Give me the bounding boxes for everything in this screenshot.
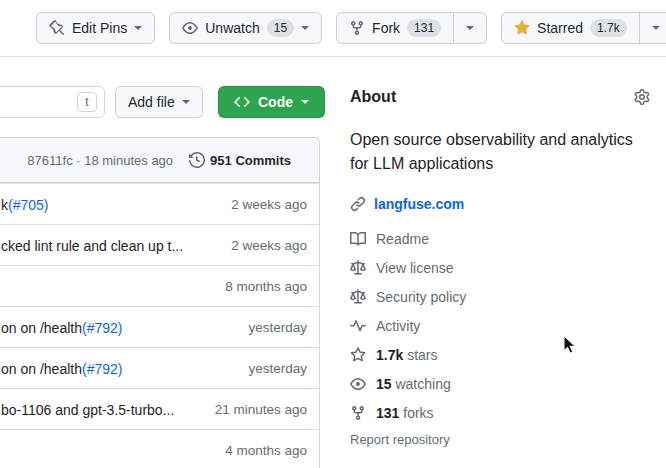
fork-icon (350, 405, 366, 421)
star-dropdown-button[interactable] (639, 12, 666, 44)
chevron-down-icon (134, 26, 142, 30)
commit-message: on on /health (#792) (1, 307, 122, 348)
starred-label: Starred (537, 20, 583, 36)
starred-button[interactable]: Starred 1.7k (501, 12, 639, 44)
table-row[interactable]: on on /health (#792) yesterday (0, 347, 319, 388)
commits-count-label: 951 Commits (210, 153, 291, 168)
commit-message: on on /health (#792) (1, 348, 122, 389)
edit-pins-label: Edit Pins (72, 20, 127, 36)
stars-link[interactable]: 1.7k stars (350, 340, 650, 369)
table-row[interactable]: bo-1106 and gpt-3.5-turbo... 21 minutes … (0, 388, 319, 429)
goto-file-shortcut-hint: t (77, 92, 97, 112)
edit-pins-button[interactable]: Edit Pins (36, 12, 155, 44)
code-icon (234, 94, 250, 110)
fork-button[interactable]: Fork 131 (336, 12, 453, 44)
table-row[interactable]: 4 months ago (0, 429, 319, 468)
unwatch-label: Unwatch (205, 20, 259, 36)
star-filled-icon (514, 20, 530, 36)
forks-count-badge: 131 (407, 19, 441, 37)
unwatch-button[interactable]: Unwatch 15 (169, 12, 322, 44)
commit-message: k (#705) (1, 184, 48, 225)
table-row[interactable]: k (#705) 2 weeks ago (0, 183, 319, 224)
commit-message: bo-1106 and gpt-3.5-turbo... (1, 389, 174, 430)
file-tree-table: 87611fc · 18 minutes ago 951 Commits k (… (0, 137, 320, 468)
chevron-down-icon (652, 26, 660, 30)
star-split-button: Starred 1.7k (501, 12, 666, 44)
commit-date: 2 weeks ago (231, 197, 307, 212)
chevron-down-icon (301, 26, 309, 30)
readme-link[interactable]: Readme (350, 224, 650, 253)
pulse-icon (350, 318, 366, 334)
table-row[interactable]: cked lint rule and clean up t... 2 weeks… (0, 224, 319, 265)
pin-icon (49, 20, 65, 36)
fork-label: Fork (372, 20, 400, 36)
star-outline-icon (350, 347, 366, 363)
watching-link[interactable]: 15 watching (350, 369, 650, 398)
chevron-down-icon (466, 26, 474, 30)
add-file-label: Add file (128, 94, 175, 110)
latest-commit-bar: 87611fc · 18 minutes ago 951 Commits (0, 138, 319, 183)
watchers-count-badge: 15 (267, 19, 294, 37)
stars-count-badge: 1.7k (590, 19, 627, 37)
security-policy-link[interactable]: Security policy (350, 282, 650, 311)
report-repository-link[interactable]: Report repository (350, 432, 650, 447)
code-label: Code (258, 94, 293, 110)
issue-link[interactable]: (#792) (82, 320, 122, 336)
gear-icon[interactable] (634, 89, 650, 105)
repo-description: Open source observability and analytics … (350, 128, 650, 176)
commit-date: 4 months ago (225, 443, 307, 458)
law-icon (350, 260, 366, 276)
commit-history-link[interactable]: 951 Commits (189, 152, 291, 168)
website-link[interactable]: langfuse.com (374, 196, 464, 212)
commit-date: 8 months ago (225, 279, 307, 294)
commit-message: cked lint rule and clean up t... (1, 225, 183, 266)
chevron-down-icon (301, 100, 309, 104)
about-sidebar: About Open source observability and anal… (350, 88, 650, 447)
latest-commit-summary[interactable]: 87611fc · 18 minutes ago (27, 153, 173, 168)
eye-icon (350, 376, 366, 392)
commit-date: yesterday (248, 361, 307, 376)
history-icon (189, 152, 205, 168)
law-icon (350, 289, 366, 305)
link-icon (350, 196, 366, 212)
table-row[interactable]: on on /health (#792) yesterday (0, 306, 319, 347)
issue-link[interactable]: (#792) (82, 361, 122, 377)
website-row: langfuse.com (350, 194, 650, 214)
fork-dropdown-button[interactable] (453, 12, 487, 44)
table-row[interactable]: 8 months ago (0, 265, 319, 306)
code-button[interactable]: Code (218, 86, 325, 118)
about-title: About (350, 88, 396, 106)
repo-action-toolbar: Edit Pins Unwatch 15 Fork 131 Starred 1.… (0, 0, 666, 57)
fork-icon (349, 20, 365, 36)
about-links: Readme View license Security policy Acti… (350, 224, 650, 427)
commit-date: 2 weeks ago (231, 238, 307, 253)
book-icon (350, 231, 366, 247)
add-file-button[interactable]: Add file (115, 86, 203, 118)
forks-link[interactable]: 131 forks (350, 398, 650, 427)
commit-date: yesterday (248, 320, 307, 335)
fork-split-button: Fork 131 (336, 12, 487, 44)
view-license-link[interactable]: View license (350, 253, 650, 282)
chevron-down-icon (182, 100, 190, 104)
activity-link[interactable]: Activity (350, 311, 650, 340)
commit-date: 21 minutes ago (215, 402, 307, 417)
issue-link[interactable]: (#705) (8, 197, 48, 213)
eye-icon (182, 20, 198, 36)
go-to-file-input[interactable]: t (0, 86, 105, 118)
